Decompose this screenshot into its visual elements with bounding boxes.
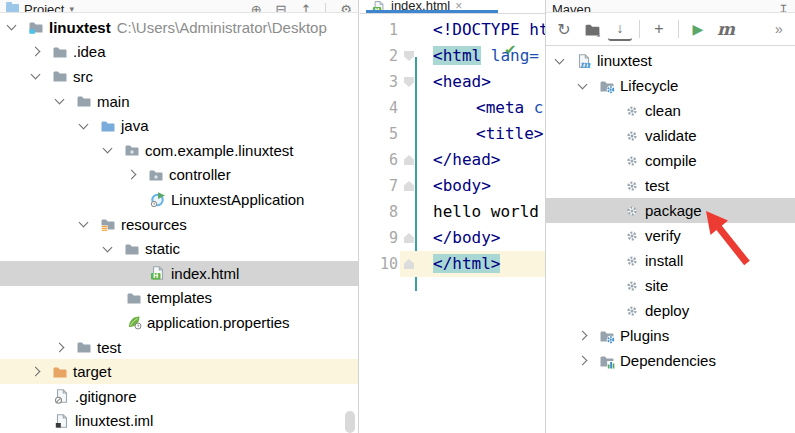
chevron-expanded-icon[interactable] [555, 54, 565, 64]
tree-item-java[interactable]: java [0, 113, 358, 138]
fold-marker-icon[interactable] [404, 259, 414, 269]
line-number: 5 [360, 121, 398, 147]
tree-item-com-example-linuxtest[interactable]: com.example.linuxtest [0, 138, 358, 163]
code-line-2[interactable]: 2<html lang= [360, 43, 545, 69]
fold-marker-icon[interactable] [404, 233, 414, 243]
tree-item-label: linuxtest [49, 19, 111, 36]
fold-marker-icon[interactable] [404, 155, 414, 165]
project-scrollbar-thumb[interactable] [345, 411, 355, 433]
generate-sources-icon[interactable]: s [580, 17, 604, 41]
tree-item-install[interactable]: install [546, 248, 795, 273]
tree-item-linuxtest-iml[interactable]: linuxtest.iml [0, 409, 358, 433]
folder-chart-icon [599, 353, 615, 369]
chevron-collapsed-icon[interactable] [31, 47, 41, 57]
collapse-all-icon[interactable]: ⊟ [276, 2, 287, 14]
chevron-collapsed-icon[interactable] [578, 356, 588, 366]
download-sources-icon[interactable]: ↓ [608, 17, 632, 41]
tree-item-deploy[interactable]: deploy [546, 298, 795, 323]
tree-item-site[interactable]: site [546, 273, 795, 298]
goal-gear-icon [624, 103, 640, 119]
code-line-4[interactable]: 4<meta c [360, 95, 545, 121]
chevron-expanded-icon[interactable] [7, 21, 17, 31]
tree-item-verify[interactable]: verify [546, 223, 795, 248]
chevron-expanded-icon[interactable] [31, 70, 41, 80]
tree-item-templates[interactable]: templates [0, 286, 358, 311]
editor-tab-bar: H index.html × [360, 0, 545, 14]
tree-item-linuxtest[interactable]: linuxtest C:\Users\Administrator\Desktop [0, 15, 358, 40]
code-line-7[interactable]: 7<body> [360, 173, 545, 199]
project-panel-header: Project ▾ ⊕⊟↥⚙ [0, 0, 358, 13]
code-segment: <head> [433, 72, 491, 91]
maven-panel-header: Maven ↧ [546, 0, 795, 13]
code-text: <meta c [433, 98, 543, 117]
settings-icon[interactable]: ⚙ [340, 2, 352, 14]
tree-item-main[interactable]: main [0, 89, 358, 114]
code-line-10[interactable]: 10</html> [360, 251, 545, 277]
tree-item-lifecycle[interactable]: Lifecycle [546, 73, 795, 98]
chevron-down-icon[interactable]: ▾ [69, 4, 74, 13]
chevron-expanded-icon[interactable] [103, 144, 113, 154]
code-line-9[interactable]: 9</body> [360, 225, 545, 251]
run-maven-build-icon[interactable]: ▶ [686, 17, 710, 41]
code-line-6[interactable]: 6</head> [360, 147, 545, 173]
tree-item-test[interactable]: test [0, 335, 358, 360]
chevron-expanded-icon[interactable] [578, 79, 588, 89]
tree-item-application-properties[interactable]: application.properties [0, 310, 358, 335]
chevron-expanded-icon[interactable] [55, 95, 65, 105]
tree-item-validate[interactable]: validate [546, 123, 795, 148]
line-number: 4 [360, 95, 398, 121]
tree-item-target[interactable]: target [0, 359, 358, 384]
tree-item-controller[interactable]: controller [0, 163, 358, 188]
chevron-collapsed-icon[interactable] [31, 367, 41, 377]
code-text: <title> [433, 124, 543, 143]
hide-tool-window-icon[interactable]: ↧ [778, 2, 789, 14]
tree-item--idea[interactable]: .idea [0, 40, 358, 65]
code-text: hello world [433, 202, 539, 221]
scroll-up-icon[interactable]: ↥ [300, 2, 311, 14]
tree-item-static[interactable]: static [0, 236, 358, 261]
chevron-expanded-icon[interactable] [79, 218, 89, 228]
code-segment: lang= [491, 46, 539, 65]
chevron-collapsed-icon[interactable] [578, 331, 588, 341]
tree-item-label: main [97, 93, 130, 110]
locate-icon[interactable]: ⊕ [251, 2, 262, 14]
tree-item-label: LinuxtestApplication [171, 191, 304, 208]
tree-item--gitignore[interactable]: .gitignore [0, 384, 358, 409]
editor[interactable]: H index.html × 1<!DOCTYPE html✔2<html la… [360, 0, 545, 433]
more-icon[interactable]: » [767, 17, 791, 41]
fold-marker-icon[interactable] [404, 181, 414, 191]
line-number: 8 [360, 199, 398, 225]
reload-maven-projects-icon[interactable]: ↻ [552, 17, 576, 41]
fold-marker-icon[interactable] [404, 51, 414, 61]
chevron-expanded-icon[interactable] [79, 119, 89, 129]
execute-maven-goal-icon[interactable]: m [714, 17, 738, 41]
add-maven-project-icon[interactable]: + [647, 17, 671, 41]
ide-window: Project ▾ ⊕⊟↥⚙ linuxtest C:\Users\Admini… [0, 0, 795, 433]
tree-item-plugins[interactable]: Plugins [546, 323, 795, 348]
fold-marker-icon[interactable] [404, 77, 414, 87]
code-area[interactable]: 1<!DOCTYPE html✔2<html lang=3<head>4<met… [360, 14, 545, 433]
maven-tree: mlinuxtestLifecyclecleanvalidatecompilet… [546, 46, 795, 373]
chevron-collapsed-icon[interactable] [55, 342, 65, 352]
code-line-8[interactable]: 8hello world [360, 199, 545, 225]
tree-item-label: templates [147, 289, 212, 306]
tree-item-package[interactable]: package [546, 198, 795, 223]
folder-source-icon [100, 118, 116, 134]
tree-item-linuxtestapplication[interactable]: LinuxtestApplication [0, 187, 358, 212]
tree-item-clean[interactable]: clean [546, 98, 795, 123]
code-line-3[interactable]: 3<head> [360, 69, 545, 95]
chevron-collapsed-icon[interactable] [127, 170, 137, 180]
tree-item-src[interactable]: src [0, 64, 358, 89]
tree-item-label: verify [645, 227, 681, 244]
tree-item-test[interactable]: test [546, 173, 795, 198]
tree-item-label: package [645, 202, 702, 219]
tree-item-resources[interactable]: resources [0, 212, 358, 237]
code-line-1[interactable]: 1<!DOCTYPE html✔ [360, 17, 545, 43]
tree-item-label: .gitignore [75, 388, 137, 405]
tree-item-compile[interactable]: compile [546, 148, 795, 173]
tree-item-index-html[interactable]: Hindex.html [0, 261, 358, 286]
tree-item-linuxtest[interactable]: mlinuxtest [546, 48, 795, 73]
code-line-5[interactable]: 5<title> [360, 121, 545, 147]
tree-item-dependencies[interactable]: Dependencies [546, 348, 795, 373]
chevron-expanded-icon[interactable] [103, 242, 113, 252]
